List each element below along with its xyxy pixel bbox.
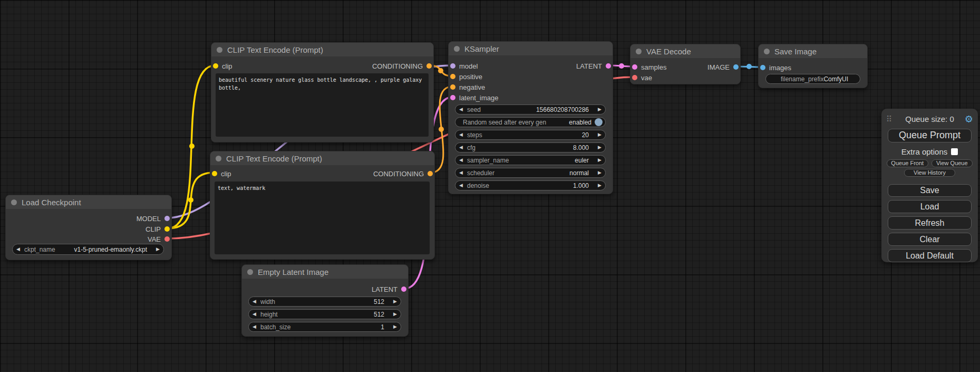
input-slot-model[interactable]: model xyxy=(450,61,478,71)
output-slot-latent[interactable]: LATENT xyxy=(372,284,406,294)
cfg-widget[interactable]: cfg 8.000 xyxy=(455,142,606,152)
batch-size-widget[interactable]: batch_size 1 xyxy=(248,322,401,332)
width-widget[interactable]: width 512 xyxy=(248,297,401,307)
link-dot-images[interactable] xyxy=(746,64,752,69)
collapse-dot-icon[interactable] xyxy=(454,46,460,52)
output-slot-clip[interactable]: CLIP xyxy=(145,224,170,234)
decrement-arrow-icon[interactable] xyxy=(253,325,260,329)
ckpt-name-widget[interactable]: ckpt_name v1-5-pruned-emaonly.ckpt xyxy=(12,244,164,255)
node-title-bar[interactable]: Empty Latent Image xyxy=(242,265,408,279)
input-slot-samples[interactable]: samples xyxy=(632,62,666,72)
increment-arrow-icon[interactable] xyxy=(594,145,601,150)
decrement-arrow-icon[interactable] xyxy=(253,299,260,304)
extra-options-checkbox[interactable] xyxy=(951,148,958,155)
input-slot-negative[interactable]: negative xyxy=(450,82,485,92)
conditioning-slot-dot[interactable] xyxy=(450,74,455,79)
refresh-button[interactable]: Refresh xyxy=(888,216,972,230)
scheduler-widget[interactable]: scheduler normal xyxy=(455,168,606,178)
save-button[interactable]: Save xyxy=(888,184,972,197)
settings-gear-icon[interactable] xyxy=(965,114,973,125)
collapse-dot-icon[interactable] xyxy=(636,49,642,54)
decrement-arrow-icon[interactable] xyxy=(459,132,467,137)
queue-front-button[interactable]: Queue Front xyxy=(887,159,928,167)
node-clip-text-encode-negative[interactable]: CLIP Text Encode (Prompt) clip CONDITION… xyxy=(210,151,435,260)
output-slot-model[interactable]: MODEL xyxy=(137,213,170,224)
node-ksampler[interactable]: KSampler model positive negative latent_… xyxy=(448,41,613,194)
latent-slot-dot[interactable] xyxy=(606,63,611,69)
output-slot-conditioning[interactable]: CONDITIONING xyxy=(373,168,433,179)
seed-widget[interactable]: seed 156680208700286 xyxy=(455,104,606,115)
increment-arrow-icon[interactable] xyxy=(389,325,397,329)
view-queue-button[interactable]: View Queue xyxy=(932,159,973,167)
node-title-bar[interactable]: CLIP Text Encode (Prompt) xyxy=(211,43,433,56)
node-title-bar[interactable]: KSampler xyxy=(449,42,613,55)
input-slot-images[interactable]: images xyxy=(760,62,791,73)
clip-slot-dot[interactable] xyxy=(212,171,217,176)
drag-handle-icon[interactable] xyxy=(886,114,892,125)
node-save-image[interactable]: Save Image images filename_prefix ComfyU… xyxy=(758,44,868,88)
increment-arrow-icon[interactable] xyxy=(389,299,397,304)
link-dot-clip-negative[interactable] xyxy=(188,197,193,203)
load-button[interactable]: Load xyxy=(888,200,972,213)
decrement-arrow-icon[interactable] xyxy=(16,247,24,252)
node-title-bar[interactable]: VAE Decode xyxy=(630,44,740,58)
height-widget[interactable]: height 512 xyxy=(248,309,401,319)
collapse-dot-icon[interactable] xyxy=(247,269,253,275)
node-graph-canvas[interactable]: Load Checkpoint MODEL CLIP VAE ckpt_name… xyxy=(0,0,980,372)
queue-prompt-button[interactable]: Queue Prompt xyxy=(888,129,972,142)
increment-arrow-icon[interactable] xyxy=(594,183,601,188)
random-seed-widget[interactable]: Random seed after every gen enabled xyxy=(455,117,606,127)
image-slot-dot[interactable] xyxy=(760,65,765,70)
link-dot-negative[interactable] xyxy=(439,127,444,132)
load-default-button[interactable]: Load Default xyxy=(888,249,972,262)
decrement-arrow-icon[interactable] xyxy=(253,312,260,317)
node-load-checkpoint[interactable]: Load Checkpoint MODEL CLIP VAE ckpt_name… xyxy=(5,195,172,260)
output-slot-vae[interactable]: VAE xyxy=(148,234,170,244)
node-title-bar[interactable]: Load Checkpoint xyxy=(6,195,171,209)
node-title-bar[interactable]: CLIP Text Encode (Prompt) xyxy=(210,151,434,165)
toggle-icon[interactable] xyxy=(595,118,603,126)
node-clip-text-encode-positive[interactable]: CLIP Text Encode (Prompt) clip CONDITION… xyxy=(211,42,434,142)
collapse-dot-icon[interactable] xyxy=(217,47,222,53)
input-slot-clip[interactable]: clip xyxy=(213,61,232,71)
link-dot-positive[interactable] xyxy=(438,68,443,73)
model-slot-dot[interactable] xyxy=(164,216,170,221)
collapse-dot-icon[interactable] xyxy=(764,49,770,54)
increment-arrow-icon[interactable] xyxy=(594,132,601,137)
latent-slot-dot[interactable] xyxy=(632,64,637,70)
clip-slot-dot[interactable] xyxy=(164,226,170,232)
conditioning-slot-dot[interactable] xyxy=(428,171,433,176)
input-slot-vae[interactable]: vae xyxy=(632,72,652,83)
node-title-bar[interactable]: Save Image xyxy=(759,44,867,58)
latent-slot-dot[interactable] xyxy=(450,95,455,100)
latent-slot-dot[interactable] xyxy=(401,287,406,292)
collapse-dot-icon[interactable] xyxy=(11,199,17,205)
node-empty-latent-image[interactable]: Empty Latent Image LATENT width 512 heig… xyxy=(241,264,409,337)
steps-widget[interactable]: steps 20 xyxy=(455,130,606,140)
clear-button[interactable]: Clear xyxy=(888,233,972,246)
prompt-textarea[interactable]: beautiful scenery nature glass bottle la… xyxy=(216,73,429,137)
denoise-widget[interactable]: denoise 1.000 xyxy=(455,180,606,190)
conditioning-slot-dot[interactable] xyxy=(426,63,432,69)
input-slot-latent-image[interactable]: latent_image xyxy=(450,92,498,103)
decrement-arrow-icon[interactable] xyxy=(459,183,467,188)
node-vae-decode[interactable]: VAE Decode samples vae IMAGE xyxy=(630,44,741,84)
output-slot-latent[interactable]: LATENT xyxy=(576,61,611,71)
image-slot-dot[interactable] xyxy=(733,64,739,70)
view-history-button[interactable]: View History xyxy=(904,169,955,177)
decrement-arrow-icon[interactable] xyxy=(459,145,467,150)
output-slot-conditioning[interactable]: CONDITIONING xyxy=(372,61,432,71)
vae-slot-dot[interactable] xyxy=(632,75,637,80)
increment-arrow-icon[interactable] xyxy=(152,247,160,252)
output-slot-image[interactable]: IMAGE xyxy=(707,62,739,72)
link-dot-samples[interactable] xyxy=(619,63,624,69)
increment-arrow-icon[interactable] xyxy=(594,158,601,163)
input-slot-clip[interactable]: clip xyxy=(212,168,231,179)
decrement-arrow-icon[interactable] xyxy=(459,107,467,112)
sampler-name-widget[interactable]: sampler_name euler xyxy=(455,155,606,165)
prompt-textarea[interactable]: text, watermark xyxy=(215,182,430,254)
filename-prefix-widget[interactable]: filename_prefix ComfyUI xyxy=(765,74,860,84)
increment-arrow-icon[interactable] xyxy=(594,107,601,112)
conditioning-slot-dot[interactable] xyxy=(450,84,455,90)
increment-arrow-icon[interactable] xyxy=(594,170,601,175)
